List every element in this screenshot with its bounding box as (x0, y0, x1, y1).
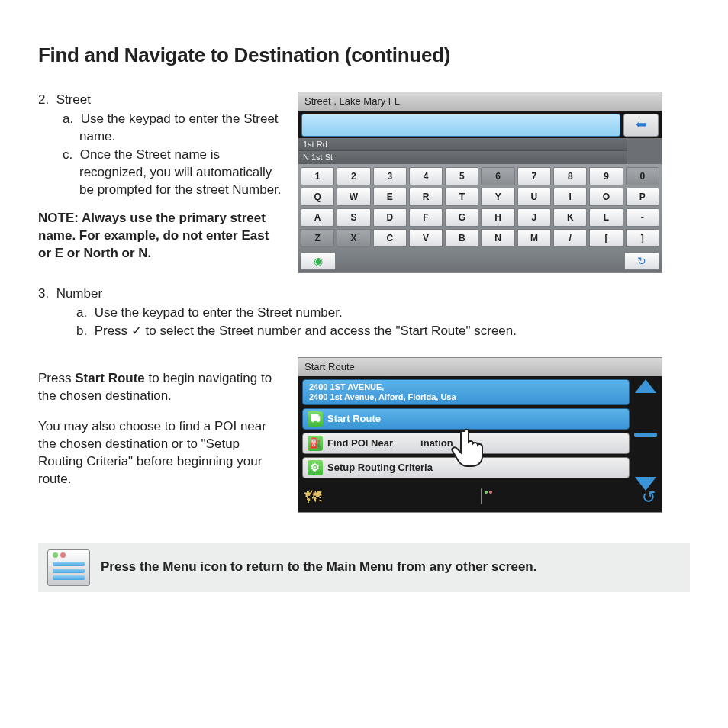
car-icon: ⛟ (308, 411, 323, 427)
key-y[interactable]: Y (481, 188, 514, 206)
menu-icon[interactable] (481, 488, 482, 506)
sr-bold: Start Route (75, 371, 145, 385)
key-o[interactable]: O (589, 188, 623, 206)
key-][interactable]: ] (626, 229, 659, 247)
check-circle-icon: ◉ (314, 254, 323, 269)
scroll-indicator (634, 433, 657, 437)
on-screen-keyboard: 1234567890 QWERTYUIOP ASDFGHJKL- ZXCVBNM… (298, 164, 662, 252)
street-input[interactable] (301, 114, 620, 137)
step-3a-letter: a. (76, 305, 87, 320)
gps1-title: Street , Lake Mary FL (298, 92, 662, 111)
key-q[interactable]: Q (301, 188, 334, 206)
back-arrow-icon: ⬅ (636, 115, 647, 134)
key-9[interactable]: 9 (589, 167, 623, 185)
step-3b-pre: Press (95, 324, 131, 338)
fuel-pump-icon: ⛽ (308, 436, 323, 451)
step-2: 2. Street a. Use the keypad to enter the… (38, 92, 282, 199)
scroll-column (633, 379, 659, 491)
key-j[interactable]: J (517, 208, 551, 227)
key-0[interactable]: 0 (626, 167, 659, 185)
step-2a-text: Use the keypad to enter the Street name. (79, 111, 279, 143)
menu-icon-large (47, 549, 90, 586)
key-4[interactable]: 4 (409, 167, 443, 185)
step-3a: a. Use the keypad to enter the Street nu… (76, 304, 690, 322)
gps-start-route-screen: Start Route 2400 1ST AVENUE, 2400 1st Av… (298, 357, 662, 513)
key-x[interactable]: X (337, 229, 370, 247)
start-route-paragraph: Press Start Route to begin navigating to… (38, 370, 282, 405)
step-3b: b. Press ✓ to select the Street number a… (76, 323, 690, 340)
setup-routing-label: Setup Routing Criteria (327, 461, 433, 475)
suggestion-scrollbar[interactable] (627, 138, 662, 165)
key-3[interactable]: 3 (373, 167, 407, 185)
pointer-hand-icon (451, 427, 489, 468)
key-7[interactable]: 7 (517, 167, 551, 185)
step-2-label: Street (56, 92, 91, 107)
poi-paragraph: You may also choose to find a POI near t… (38, 418, 282, 488)
check-icon: ✓ (131, 324, 142, 338)
page-title: Find and Navigate to Destination (contin… (38, 42, 690, 69)
step-2c: c. Once the Street name is recognized, y… (63, 147, 282, 199)
key--[interactable]: - (626, 208, 659, 227)
footer-tip-box: Press the Menu icon to return to the Mai… (38, 543, 690, 592)
key-6[interactable]: 6 (481, 167, 514, 185)
step-3b-post: to select the Street number and access t… (142, 324, 517, 338)
key-2[interactable]: 2 (337, 167, 370, 185)
undo-button[interactable]: ↻ (624, 252, 659, 270)
key-g[interactable]: G (445, 208, 478, 227)
key-u[interactable]: U (517, 188, 551, 206)
start-route-label: Start Route (327, 412, 381, 426)
key-a[interactable]: A (301, 208, 334, 227)
step-2-number: 2. (38, 92, 49, 107)
key-[[interactable]: [ (589, 229, 623, 247)
gear-icon: ⚙ (308, 460, 323, 475)
key-d[interactable]: D (373, 208, 407, 227)
suggestion-1[interactable]: 1st Rd (298, 138, 627, 152)
step-3-number: 3. (38, 286, 49, 301)
key-k[interactable]: K (553, 208, 587, 227)
step-3-label: Number (56, 286, 102, 301)
suggestion-2[interactable]: N 1st St (298, 151, 627, 164)
step-3a-text: Use the keypad to enter the Street numbe… (95, 305, 343, 320)
key-5[interactable]: 5 (445, 167, 478, 185)
key-8[interactable]: 8 (553, 167, 587, 185)
key-/[interactable]: / (553, 229, 587, 247)
key-w[interactable]: W (337, 188, 370, 206)
scroll-down-icon (635, 477, 656, 491)
key-i[interactable]: I (553, 188, 587, 206)
key-b[interactable]: B (445, 229, 478, 247)
gps-street-entry-screen: Street , Lake Mary FL ⬅ 1st Rd N 1st St … (298, 92, 662, 273)
key-p[interactable]: P (626, 188, 659, 206)
address-line-2: 2400 1st Avenue, Alford, Florida, Usa (309, 392, 623, 402)
find-poi-label: Find POI Near ination (327, 436, 453, 450)
key-l[interactable]: L (589, 208, 623, 227)
key-1[interactable]: 1 (301, 167, 334, 185)
gps2-title: Start Route (298, 358, 662, 376)
key-v[interactable]: V (409, 229, 443, 247)
scroll-up-icon[interactable] (635, 379, 656, 393)
key-z[interactable]: Z (301, 229, 334, 247)
step-2a: a. Use the keypad to enter the Street na… (63, 111, 282, 146)
footer-tip-text: Press the Menu icon to return to the Mai… (101, 559, 536, 576)
key-s[interactable]: S (337, 208, 370, 227)
key-c[interactable]: C (373, 229, 407, 247)
address-bar[interactable]: 2400 1ST AVENUE, 2400 1st Avenue, Alford… (302, 379, 630, 405)
sr-pre: Press (38, 371, 75, 385)
note-text: NOTE: Always use the primary street name… (38, 210, 282, 263)
key-r[interactable]: R (409, 188, 443, 206)
step-2c-letter: c. (63, 147, 72, 162)
backspace-button[interactable]: ⬅ (623, 114, 659, 137)
ok-button[interactable]: ◉ (301, 252, 336, 270)
key-e[interactable]: E (373, 188, 407, 206)
key-h[interactable]: H (481, 208, 514, 227)
step-2a-letter: a. (63, 111, 73, 126)
key-m[interactable]: M (517, 229, 551, 247)
step-2c-text: Once the Street name is recognized, you … (79, 147, 282, 197)
key-f[interactable]: F (409, 208, 443, 227)
step-3: 3. Number a. Use the keypad to enter the… (38, 285, 690, 340)
address-line-1: 2400 1ST AVENUE, (309, 382, 623, 392)
undo-icon: ↻ (637, 254, 646, 269)
map-icon[interactable]: 🗺 (304, 486, 321, 509)
step-3b-letter: b. (76, 324, 87, 338)
key-t[interactable]: T (445, 188, 478, 206)
key-n[interactable]: N (481, 229, 514, 247)
